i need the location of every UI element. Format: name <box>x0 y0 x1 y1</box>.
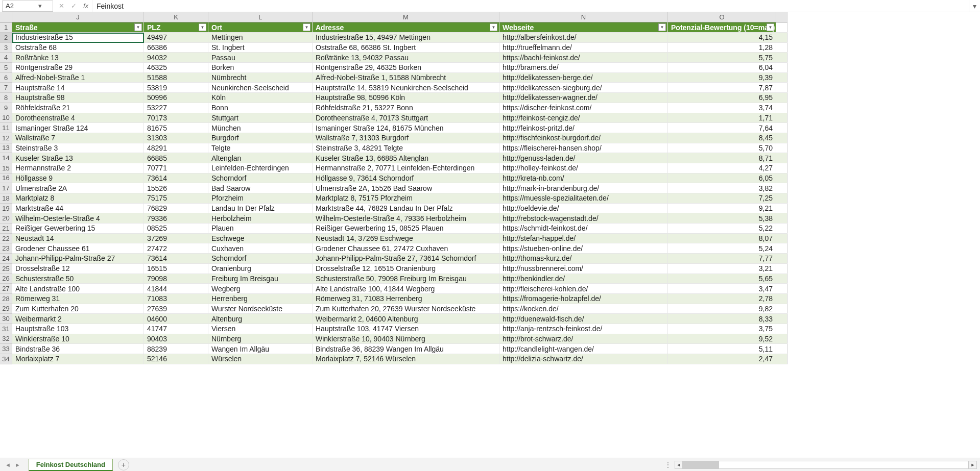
cell-webseite[interactable]: http://kreta-nb.com/ <box>499 173 668 184</box>
cell-bewertung[interactable]: 5,11 <box>668 344 776 354</box>
cell-webseite[interactable]: https://fleischerei-hansen.shop/ <box>499 143 668 154</box>
table-header[interactable]: Straße▼ <box>12 22 144 33</box>
cell-bewertung[interactable]: 3,74 <box>668 103 776 113</box>
cell-empty[interactable] <box>776 183 787 193</box>
cell-strasse[interactable]: Bindstraße 36 <box>12 344 144 354</box>
cell-webseite[interactable]: http://mark-in-brandenburg.de/ <box>499 183 668 193</box>
cell-plz[interactable]: 70173 <box>144 113 208 123</box>
row-header-7[interactable]: 7 <box>0 83 12 93</box>
cell-empty[interactable] <box>776 33 787 43</box>
cell-adresse[interactable]: Römerweg 31, 71083 Herrenberg <box>313 294 499 304</box>
cell-ort[interactable]: Passau <box>208 53 313 63</box>
cell-empty[interactable] <box>776 334 787 344</box>
filter-icon[interactable]: ▼ <box>134 23 142 31</box>
cell-adresse[interactable]: Wallstraße 7, 31303 Burgdorf <box>313 133 499 143</box>
row-header-6[interactable]: 6 <box>0 73 12 83</box>
cell-bewertung[interactable]: 5,38 <box>668 213 776 224</box>
cell-webseite[interactable]: http://fleischerei-kohlen.de/ <box>499 284 668 294</box>
cell-empty[interactable] <box>776 264 787 274</box>
row-header-21[interactable]: 21 <box>0 224 12 234</box>
cell-plz[interactable]: 71083 <box>144 294 208 304</box>
cell-empty[interactable] <box>776 43 787 53</box>
cell-plz[interactable]: 79098 <box>144 274 208 284</box>
cell-strasse[interactable]: Dorotheenstraße 4 <box>12 113 144 123</box>
cell-webseite[interactable]: https://fromagerie-holzapfel.de/ <box>499 294 668 304</box>
cell-bewertung[interactable]: 1,71 <box>668 113 776 123</box>
cell-webseite[interactable]: http://bramers.de/ <box>499 63 668 73</box>
cell-ort[interactable]: Viersen <box>208 324 313 334</box>
cell-plz[interactable]: 79336 <box>144 213 208 224</box>
cell-ort[interactable]: Telgte <box>208 143 313 154</box>
cell-ort[interactable]: Würselen <box>208 354 313 364</box>
row-header-24[interactable]: 24 <box>0 254 12 264</box>
cell-ort[interactable]: Altenburg <box>208 314 313 324</box>
cell-empty[interactable] <box>776 153 787 163</box>
cell-webseite[interactable]: https://schmidt-feinkost.de/ <box>499 224 668 234</box>
cell-bewertung[interactable]: 6,95 <box>668 93 776 103</box>
cell-empty[interactable] <box>776 274 787 284</box>
cell-ort[interactable]: Nürnberg <box>208 334 313 344</box>
cell-webseite[interactable]: http://thomas-kurz.de/ <box>499 254 668 264</box>
cell-ort[interactable]: Oranienburg <box>208 264 313 274</box>
cell-strasse[interactable]: Steinstraße 3 <box>12 143 144 154</box>
cell-webseite[interactable]: http://benkindler.de/ <box>499 274 668 284</box>
cell-bewertung[interactable]: 6,05 <box>668 173 776 184</box>
cell-adresse[interactable]: Kuseler Straße 13, 66885 Altenglan <box>313 153 499 163</box>
row-header-25[interactable]: 25 <box>0 264 12 274</box>
row-header-12[interactable]: 12 <box>0 133 12 143</box>
cell-strasse[interactable]: Wilhelm-Oesterle-Straße 4 <box>12 213 144 224</box>
cell-plz[interactable]: 08525 <box>144 224 208 234</box>
cell-strasse[interactable]: Industriestraße 15 <box>12 33 144 43</box>
cell-adresse[interactable]: Weibermarkt 2, 04600 Altenburg <box>313 314 499 324</box>
table-header[interactable]: Potenzial-Bewertung (10=max)▼ <box>668 22 776 33</box>
cell-ort[interactable]: Leinfelden-Echterdingen <box>208 163 313 173</box>
filter-icon[interactable]: ▼ <box>199 23 206 31</box>
cell-webseite[interactable]: http://anja-rentzsch-feinkost.de/ <box>499 324 668 334</box>
cell-strasse[interactable]: Hermannstraße 2 <box>12 163 144 173</box>
cell-bewertung[interactable]: 5,24 <box>668 243 776 254</box>
cell-strasse[interactable]: Höllgasse 9 <box>12 173 144 184</box>
cell-adresse[interactable]: Schusterstraße 50, 79098 Freiburg Im Bre… <box>313 274 499 284</box>
cell-bewertung[interactable]: 9,21 <box>668 204 776 214</box>
cell-plz[interactable]: 27639 <box>144 304 208 314</box>
cell-webseite[interactable]: https://discher-feinkost.com/ <box>499 103 668 113</box>
cell-ort[interactable]: Freiburg Im Breisgau <box>208 274 313 284</box>
cell-empty[interactable] <box>776 243 787 254</box>
cell-webseite[interactable]: http://delizia-schwartz.de/ <box>499 354 668 364</box>
column-header-O[interactable]: O <box>668 12 776 22</box>
cell-ort[interactable]: Cuxhaven <box>208 243 313 254</box>
cell-empty[interactable] <box>776 224 787 234</box>
cell-strasse[interactable]: Zum Kutterhafen 20 <box>12 304 144 314</box>
row-header-19[interactable]: 19 <box>0 204 12 214</box>
cell-ort[interactable]: Schorndorf <box>208 173 313 184</box>
cell-empty[interactable] <box>776 354 787 364</box>
cell-strasse[interactable]: Marktstraße 44 <box>12 204 144 214</box>
cell-adresse[interactable]: Roßtränke 13, 94032 Passau <box>313 53 499 63</box>
cell-webseite[interactable]: http://albersfeinkost.de/ <box>499 33 668 43</box>
cell-adresse[interactable]: Alfred-Nobel-Straße 1, 51588 Nümbrecht <box>313 73 499 83</box>
cell-strasse[interactable]: Hauptstraße 98 <box>12 93 144 103</box>
cell-strasse[interactable]: Neustadt 14 <box>12 234 144 244</box>
cell-plz[interactable]: 53819 <box>144 83 208 93</box>
cell-empty[interactable] <box>776 53 787 63</box>
select-all-corner[interactable] <box>0 12 12 22</box>
cell-bewertung[interactable]: 3,21 <box>668 264 776 274</box>
cell-ort[interactable]: Stuttgart <box>208 113 313 123</box>
cell-plz[interactable]: 88239 <box>144 344 208 354</box>
cell-strasse[interactable]: Weibermarkt 2 <box>12 314 144 324</box>
cell-plz[interactable]: 53227 <box>144 103 208 113</box>
cell-plz[interactable]: 49497 <box>144 33 208 43</box>
cell-ort[interactable]: St. Ingbert <box>208 43 313 53</box>
cell-ort[interactable]: Eschwege <box>208 234 313 244</box>
cell-bewertung[interactable]: 5,70 <box>668 143 776 154</box>
formula-input[interactable]: Feinkost <box>92 0 969 12</box>
cell-webseite[interactable]: http://delikatessen-siegburg.de/ <box>499 83 668 93</box>
cell-bewertung[interactable]: 3,82 <box>668 183 776 193</box>
cell-webseite[interactable]: http://delikatessen-berge.de/ <box>499 73 668 83</box>
cell-bewertung[interactable]: 5,22 <box>668 224 776 234</box>
cell-strasse[interactable]: Morlaixplatz 7 <box>12 354 144 364</box>
cell-adresse[interactable]: Hauptstraße 14, 53819 Neunkirchen-Seelsc… <box>313 83 499 93</box>
cell-bewertung[interactable]: 4,15 <box>668 33 776 43</box>
row-header-27[interactable]: 27 <box>0 284 12 294</box>
filter-icon[interactable]: ▼ <box>490 23 497 31</box>
